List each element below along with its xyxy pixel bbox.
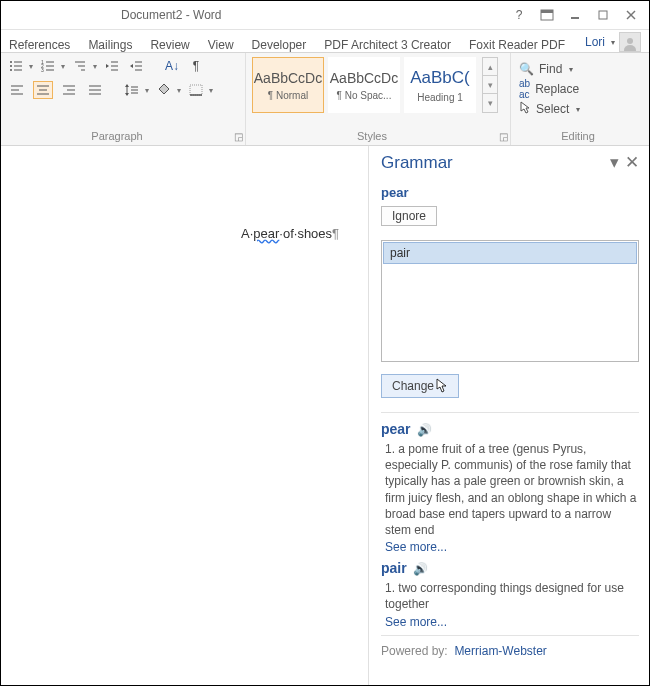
increase-indent-icon[interactable] (127, 57, 145, 75)
dialog-launcher-icon[interactable]: ◲ (234, 131, 243, 142)
svg-point-6 (627, 38, 633, 44)
svg-marker-44 (125, 84, 129, 87)
tab-developer[interactable]: Developer (252, 38, 307, 52)
grammar-error-word[interactable]: pear (253, 226, 279, 241)
svg-point-10 (10, 65, 12, 67)
definition-word-2: pair (381, 560, 407, 576)
document-line[interactable]: A·pear·of·shoes¶ (241, 226, 339, 241)
see-more-link-1[interactable]: See more... (385, 540, 639, 554)
line-spacing-icon[interactable] (123, 81, 141, 99)
panel-close-icon[interactable]: ✕ (625, 152, 639, 173)
window-title: Document2 - Word (121, 8, 221, 22)
dialog-launcher-icon[interactable]: ◲ (499, 131, 508, 142)
tab-pdf-architect[interactable]: PDF Architect 3 Creator (324, 38, 451, 52)
powered-by: Powered by: Merriam-Webster (381, 644, 639, 658)
source-link[interactable]: Merriam-Webster (454, 644, 546, 658)
scroll-down-icon[interactable]: ▾ (483, 76, 497, 94)
align-left-icon[interactable] (7, 81, 27, 99)
svg-rect-49 (190, 85, 202, 95)
shading-icon[interactable] (155, 81, 173, 99)
styles-scroll[interactable]: ▴ ▾ ▾ (482, 57, 498, 113)
svg-text:3: 3 (41, 67, 44, 72)
group-label: Paragraph (1, 130, 233, 142)
replace-button[interactable]: abacReplace (519, 79, 641, 99)
select-button[interactable]: Select▾ (519, 99, 641, 119)
group-label: Editing (511, 130, 645, 142)
show-marks-icon[interactable]: ¶ (187, 57, 205, 75)
document-area[interactable]: A·pear·of·shoes¶ (1, 146, 389, 685)
svg-marker-23 (106, 64, 109, 68)
tab-review[interactable]: Review (150, 38, 189, 52)
svg-marker-27 (130, 64, 133, 68)
style-normal[interactable]: AaBbCcDc ¶ Normal (252, 57, 324, 113)
avatar-icon (619, 32, 641, 52)
ignore-button[interactable]: Ignore (381, 206, 437, 226)
group-paragraph: ▾ 123▾ ▾ A↓ ¶ ▾ ▾ ▾ Paragraph ◲ (1, 53, 246, 145)
svg-point-8 (10, 61, 12, 63)
svg-rect-3 (599, 11, 607, 19)
change-button[interactable]: Change (381, 374, 459, 398)
user-name: Lori (585, 35, 605, 49)
replace-icon: abac (519, 78, 530, 100)
bullets-icon[interactable] (7, 57, 25, 75)
svg-rect-1 (541, 10, 553, 13)
ribbon-display-icon[interactable] (533, 5, 561, 25)
tab-mailings[interactable]: Mailings (88, 38, 132, 52)
svg-point-12 (10, 69, 12, 71)
find-icon: 🔍 (519, 62, 534, 76)
multilevel-list-icon[interactable] (71, 57, 89, 75)
style-no-spacing[interactable]: AaBbCcDc ¶ No Spac... (328, 57, 400, 113)
group-editing: 🔍Find▾ abacReplace Select▾ Editing (511, 53, 649, 145)
ribbon-tabs: References Mailings Review View Develope… (1, 30, 649, 53)
decrease-indent-icon[interactable] (103, 57, 121, 75)
see-more-link-2[interactable]: See more... (385, 615, 639, 629)
cursor-icon (436, 378, 448, 394)
svg-marker-45 (125, 93, 129, 96)
panel-title: Grammar (381, 153, 453, 173)
sort-icon[interactable]: A↓ (163, 57, 181, 75)
tab-foxit[interactable]: Foxit Reader PDF (469, 38, 565, 52)
find-button[interactable]: 🔍Find▾ (519, 59, 641, 79)
definition-text-2: 1. two corresponding things designed for… (385, 580, 639, 612)
tab-references[interactable]: References (9, 38, 70, 52)
panel-menu-icon[interactable]: ▾ (610, 152, 619, 173)
borders-icon[interactable] (187, 81, 205, 99)
title-bar: Document2 - Word ? (1, 1, 649, 30)
grammar-panel: Grammar ▾ ✕ pear Ignore pair Change pear… (368, 146, 649, 685)
definition-word-1: pear (381, 421, 411, 437)
suggestion-item[interactable]: pair (383, 242, 637, 264)
select-icon (519, 101, 531, 118)
speaker-icon[interactable]: 🔊 (417, 423, 432, 437)
speaker-icon[interactable]: 🔊 (413, 562, 428, 576)
minimize-icon[interactable] (561, 5, 589, 25)
tab-view[interactable]: View (208, 38, 234, 52)
help-icon[interactable]: ? (505, 5, 533, 25)
suggestions-box[interactable]: pair (381, 240, 639, 362)
flagged-word: pear (381, 185, 639, 200)
styles-more-icon[interactable]: ▾ (483, 94, 497, 111)
close-icon[interactable] (617, 5, 645, 25)
justify-icon[interactable] (85, 81, 105, 99)
definition-text-1: 1. a pome fruit of a tree (genus Pyrus, … (385, 441, 639, 538)
maximize-icon[interactable] (589, 5, 617, 25)
style-heading-1[interactable]: AaBbC( Heading 1 (404, 57, 476, 113)
scroll-up-icon[interactable]: ▴ (483, 58, 497, 76)
svg-point-7 (624, 45, 636, 51)
numbering-icon[interactable]: 123 (39, 57, 57, 75)
group-label: Styles (246, 130, 498, 142)
align-right-icon[interactable] (59, 81, 79, 99)
ribbon: ▾ 123▾ ▾ A↓ ¶ ▾ ▾ ▾ Paragraph ◲ AaBbCcDc (1, 53, 649, 146)
account-user[interactable]: Lori▾ (585, 32, 641, 52)
align-center-icon[interactable] (33, 81, 53, 99)
group-styles: AaBbCcDc ¶ Normal AaBbCcDc ¶ No Spac... … (246, 53, 511, 145)
